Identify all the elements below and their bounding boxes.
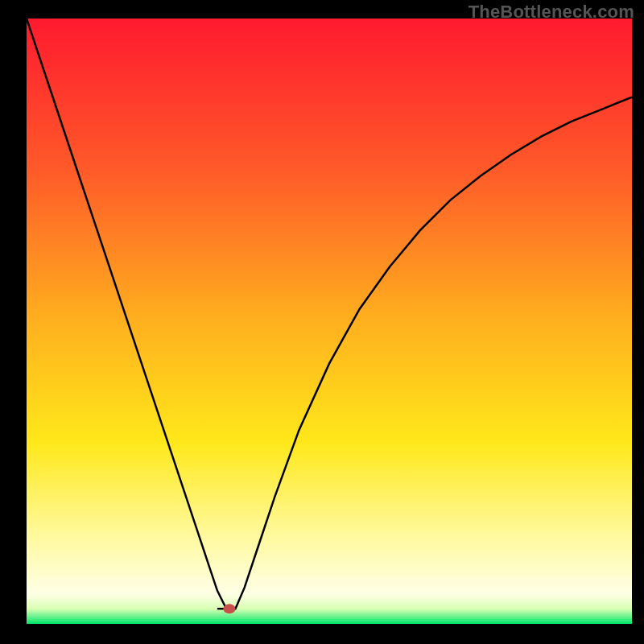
chart-marker: [223, 604, 235, 613]
chart-background: [27, 19, 632, 624]
chart-container: [27, 19, 632, 624]
result-marker: [223, 604, 235, 613]
watermark-text: TheBottleneck.com: [469, 2, 634, 23]
chart-svg: [27, 19, 632, 624]
